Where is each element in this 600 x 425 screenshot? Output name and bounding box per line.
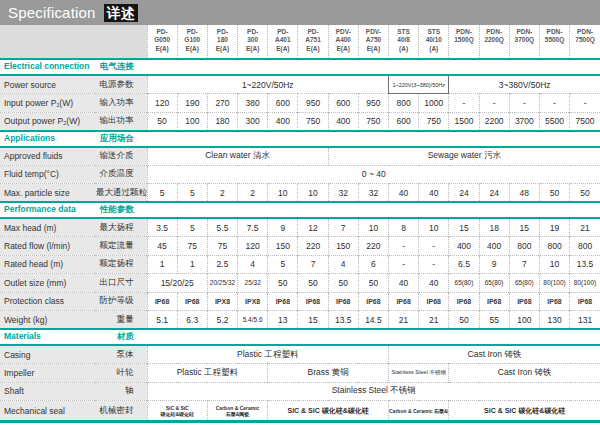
row-label-zh-rated-head: 额定扬程 xyxy=(95,255,147,274)
row-max-head: Max head (m)最大扬程3.555.57.591271081015181… xyxy=(0,218,600,237)
row-label-zh-protection-class: 防护等级 xyxy=(95,292,147,311)
rated-flow-value-6: 150 xyxy=(328,237,358,256)
outlet-size-value-9: 65(80) xyxy=(449,274,479,293)
section-spacer xyxy=(147,202,600,218)
weight-value-1: 6.3 xyxy=(177,311,207,330)
row-impeller: Impeller叶轮Plastic 工程塑料Brass 黄铜Stainless … xyxy=(0,364,600,383)
max-head-value-8: 8 xyxy=(389,218,419,237)
row-label-en-rated-head: Rated head (m) xyxy=(0,255,95,274)
section-label-applications: Applications应用场合 xyxy=(0,131,147,147)
outlet-size-value-7: 40 xyxy=(389,274,419,293)
protection-class-value-11: IP68 xyxy=(479,292,509,311)
row-fluid-temp: Fluid temp(°C)介质温度0 ~ 40 xyxy=(0,165,600,184)
weight-value-8: 21 xyxy=(389,311,419,330)
row-label-en-fluid-temp: Fluid temp(°C) xyxy=(0,165,95,184)
weight-value-4: 13 xyxy=(268,311,298,330)
protection-class-value-8: IP68 xyxy=(389,292,419,311)
outlet-size-value-3: 50 xyxy=(268,274,298,293)
weight-value-6: 13.5 xyxy=(328,311,358,330)
row-label-en-rated-flow: Rated flow (l/min) xyxy=(0,237,95,256)
max-head-value-3: 7.5 xyxy=(238,218,268,237)
rated-head-value-11: 9 xyxy=(479,255,509,274)
approved-fluids-value-1: Sewage water 污水 xyxy=(328,147,600,166)
rated-head-value-6: 4 xyxy=(328,255,358,274)
output-power-value-11: 2200 xyxy=(479,112,509,131)
column-header-STS4010A: STS40/10(A) xyxy=(419,25,449,59)
impeller-value-2: Stainless Steel 不锈钢 xyxy=(389,364,449,383)
protection-class-value-1: IP68 xyxy=(177,292,207,311)
max-particle-size-value-12: 48 xyxy=(509,184,539,203)
protection-class-value-0: IP68 xyxy=(147,292,177,311)
row-label-zh-casing: 泵体 xyxy=(95,345,147,364)
row-label-zh-rated-flow: 额定流量 xyxy=(95,237,147,256)
casing-value-1: Cast Iron 铸铁 xyxy=(389,345,600,364)
protection-class-value-3: IPX8 xyxy=(238,292,268,311)
max-particle-size-value-5: 10 xyxy=(298,184,328,203)
row-label-zh-weight: 重量 xyxy=(95,311,147,330)
section-title-en: Materials xyxy=(4,331,41,341)
rated-head-value-10: 6.5 xyxy=(449,255,479,274)
output-power-value-14: 7500 xyxy=(570,112,600,131)
page-title-chinese: 详述 xyxy=(104,4,138,22)
max-particle-size-value-3: 2 xyxy=(238,184,268,203)
output-power-value-0: 50 xyxy=(147,112,177,131)
row-approved-fluids: Approved fluids输送介质Clean water 清水Sewage … xyxy=(0,147,600,166)
rated-flow-value-11: 400 xyxy=(479,237,509,256)
outlet-size-value-6: 50 xyxy=(358,274,388,293)
row-power-source: Power source电源参数1~220V/50Hz1~220V(3~380)… xyxy=(0,75,600,94)
weight-value-0: 5.1 xyxy=(147,311,177,330)
max-particle-size-value-14: 50 xyxy=(570,184,600,203)
max-particle-size-value-2: 2 xyxy=(207,184,237,203)
max-head-value-7: 10 xyxy=(358,218,388,237)
input-power-value-11: - xyxy=(479,94,509,113)
output-power-value-9: 750 xyxy=(419,112,449,131)
rated-flow-value-14: 800 xyxy=(570,237,600,256)
protection-class-value-5: IP68 xyxy=(298,292,328,311)
max-head-value-5: 12 xyxy=(298,218,328,237)
row-rated-flow: Rated flow (l/min)额定流量457575120150220150… xyxy=(0,237,600,256)
specification-table: PD-G050E(A)PD-G100E(A)PD-180E(A)PD-300E(… xyxy=(0,25,600,423)
max-head-value-4: 9 xyxy=(268,218,298,237)
row-protection-class: Protection class防护等级IP68IP68IPX8IPX8IP68… xyxy=(0,292,600,311)
max-particle-size-value-11: 24 xyxy=(479,184,509,203)
power-source-value-2: 3~380V/50Hz xyxy=(449,75,600,94)
input-power-value-5: 950 xyxy=(298,94,328,113)
column-header-PDN2200Q: PDN-2200Q xyxy=(479,25,509,59)
row-label-zh-approved-fluids: 输送介质 xyxy=(95,147,147,166)
max-head-value-6: 7 xyxy=(328,218,358,237)
rated-head-value-2: 2.5 xyxy=(207,255,237,274)
rated-flow-value-4: 150 xyxy=(268,237,298,256)
impeller-value-3: Cast Iron 铸铁 xyxy=(449,364,600,383)
protection-class-value-2: IPX8 xyxy=(207,292,237,311)
row-label-zh-max-particle-size: 最大通过颗粒 xyxy=(95,184,147,203)
protection-class-value-14: IP68 xyxy=(570,292,600,311)
output-power-value-6: 400 xyxy=(328,112,358,131)
rated-flow-value-7: 220 xyxy=(358,237,388,256)
outlet-size-value-1: 20/25/32 xyxy=(207,274,237,293)
input-power-value-8: 800 xyxy=(389,94,419,113)
shaft-value-0: Stainless Steel 不锈钢 xyxy=(147,382,600,401)
output-power-value-12: 3700 xyxy=(509,112,539,131)
max-particle-size-value-4: 10 xyxy=(268,184,298,203)
row-label-zh-impeller: 叶轮 xyxy=(95,364,147,383)
row-label-en-power-source: Power source xyxy=(0,75,95,94)
rated-head-value-1: 1 xyxy=(177,255,207,274)
protection-class-value-7: IP68 xyxy=(358,292,388,311)
max-head-value-0: 3.5 xyxy=(147,218,177,237)
section-title-zh: 电气连接 xyxy=(100,61,134,73)
power-source-value-1: 1~220V(3~380)/50Hz xyxy=(389,75,449,94)
weight-value-11: 55 xyxy=(479,311,509,330)
output-power-value-1: 100 xyxy=(177,112,207,131)
section-label-performance-data: Performance data性能参数 xyxy=(0,202,147,218)
outlet-size-value-12: 80(100) xyxy=(539,274,569,293)
impeller-value-0: Plastic 工程塑料 xyxy=(147,364,268,383)
casing-value-0: Plastic 工程塑料 xyxy=(147,345,389,364)
row-label-en-weight: Weight (kg) xyxy=(0,311,95,330)
max-particle-size-value-7: 32 xyxy=(358,184,388,203)
input-power-value-4: 600 xyxy=(268,94,298,113)
column-header-PDA401EA: PD-A401E(A) xyxy=(268,25,298,59)
input-power-value-0: 120 xyxy=(147,94,177,113)
max-particle-size-value-6: 32 xyxy=(328,184,358,203)
power-source-value-0: 1~220V/50Hz xyxy=(147,75,389,94)
outlet-size-value-0: 15/20/25 xyxy=(147,274,207,293)
